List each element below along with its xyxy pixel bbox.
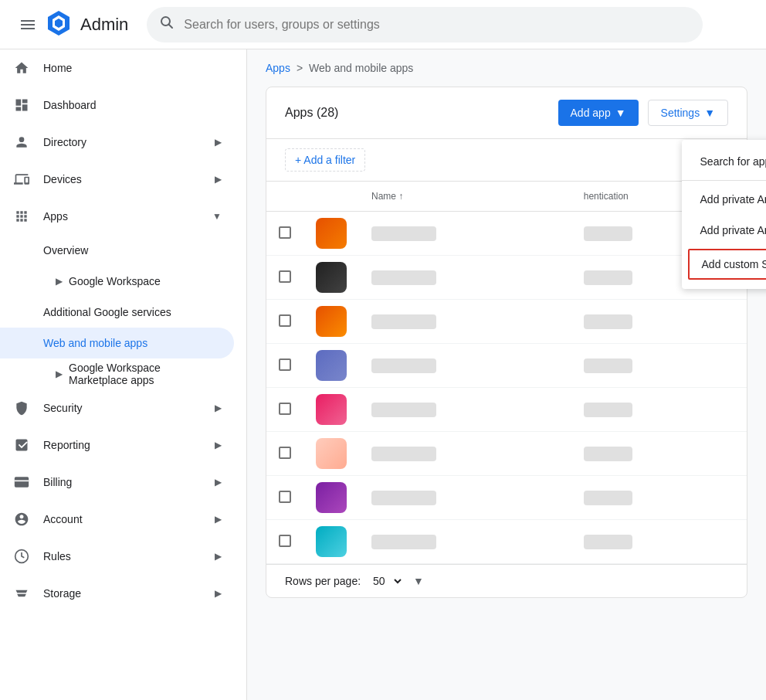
sidebar-item-storage[interactable]: Storage ▶ [0,575,234,612]
menu-button[interactable] [12,9,43,40]
app-name [371,447,436,461]
dashboard-icon [12,96,31,114]
auth-value [584,447,633,461]
sidebar-item-rules[interactable]: Rules ▶ [0,538,234,575]
dropdown-add-private-android-web[interactable]: Add private Android web app [682,215,766,246]
logo: Admin [43,8,128,42]
sidebar-item-apps[interactable]: Apps ▼ [0,198,234,235]
sidebar-item-devices[interactable]: Devices ▶ [0,161,234,198]
row-checkbox[interactable] [279,358,291,371]
chevron-right-icon: ▶ [215,514,222,525]
chevron-right-small-icon: ▶ [56,276,63,287]
add-filter-button[interactable]: + Add a filter [285,148,365,172]
table-row[interactable] [266,520,747,564]
auth-value [584,358,633,373]
table-row[interactable] [266,212,747,256]
row-checkbox[interactable] [279,491,291,503]
row-checkbox[interactable] [279,535,291,547]
security-icon [12,399,31,417]
dropdown-add-private-android[interactable]: Add private Android app [682,184,766,215]
table-row[interactable] [266,388,747,432]
billing-icon [12,473,31,491]
sort-icon: ↑ [398,191,403,202]
add-app-button[interactable]: Add app ▼ [558,100,639,126]
chevron-right-icon: ▶ [215,551,222,562]
chevron-right-small-icon: ▶ [56,369,63,379]
search-bar[interactable] [147,7,703,42]
home-icon [12,59,31,77]
app-icon [316,482,347,513]
breadcrumb-separator: > [297,62,303,74]
breadcrumb: Apps > Web and mobile apps [247,49,766,87]
app-name [371,270,436,285]
svg-rect-0 [21,20,35,22]
settings-button[interactable]: Settings ▼ [648,100,728,126]
rows-per-page-select[interactable]: 50 100 200 [370,574,404,588]
dropdown-add-custom-saml[interactable]: Add custom SAML app [688,249,766,280]
topbar: Admin [0,0,766,49]
layout: Home Dashboard Directory ▶ Devices ▶ [0,49,766,700]
sidebar-item-home[interactable]: Home [0,49,234,87]
row-checkbox[interactable] [279,226,291,239]
storage-icon [12,584,31,603]
pagination: Rows per page: 50 100 200 ▼ [266,564,747,597]
dropdown-search-apps[interactable]: Search for apps [682,146,766,177]
sidebar-subitem-additional-google[interactable]: Additional Google services [0,297,234,328]
add-app-dropdown: Search for apps Add private Android app … [682,140,766,289]
svg-rect-1 [21,24,35,25]
auth-value [584,535,633,549]
app-icon [316,526,347,557]
apps-table: Name ↑ hentication [266,182,747,564]
chevron-right-icon: ▶ [215,137,222,148]
devices-icon [12,170,31,189]
account-icon [12,510,31,528]
reporting-icon [12,436,31,454]
chevron-down-icon: ▼ [212,211,222,222]
card-toolbar: Apps (28) Add app ▼ Settings ▼ Search fo… [266,87,747,139]
auth-value [584,403,633,417]
app-icon [316,218,347,249]
table-row[interactable] [266,344,747,388]
sidebar-subitem-marketplace[interactable]: ▶ Google Workspace Marketplace apps [0,358,234,389]
app-name [371,535,436,549]
google-logo [43,8,74,42]
sidebar-item-billing[interactable]: Billing ▶ [0,464,234,501]
row-checkbox[interactable] [279,447,291,459]
chevron-right-icon: ▶ [215,440,222,450]
sidebar-item-security[interactable]: Security ▶ [0,389,234,426]
sidebar-item-directory[interactable]: Directory ▶ [0,124,234,161]
auth-value [584,314,633,329]
table-row[interactable] [266,256,747,300]
chevron-right-icon: ▶ [215,477,222,488]
breadcrumb-current: Web and mobile apps [309,62,413,74]
table-row[interactable] [266,476,747,520]
sidebar-item-reporting[interactable]: Reporting ▶ [0,426,234,464]
app-icon [316,350,347,381]
app-icon [316,394,347,425]
sidebar: Home Dashboard Directory ▶ Devices ▶ [0,49,247,700]
chevron-right-icon: ▶ [215,588,222,599]
sidebar-subitem-web-mobile[interactable]: Web and mobile apps [0,328,234,358]
person-icon [12,133,31,151]
app-name [371,403,436,417]
row-checkbox[interactable] [279,403,291,415]
auth-value [584,226,633,241]
table-row[interactable] [266,432,747,476]
search-input[interactable] [184,18,690,32]
dropdown-arrow-icon: ▼ [615,107,626,119]
svg-line-7 [169,25,173,29]
sidebar-item-dashboard[interactable]: Dashboard [0,87,234,124]
table-row[interactable] [266,300,747,344]
row-checkbox[interactable] [279,270,291,283]
app-icon [316,438,347,469]
content-card: Apps (28) Add app ▼ Settings ▼ Search fo… [266,87,747,598]
row-checkbox[interactable] [279,314,291,327]
sidebar-item-account[interactable]: Account ▶ [0,501,234,538]
sidebar-subitem-google-workspace[interactable]: ▶ Google Workspace [0,266,234,297]
sidebar-subitem-overview[interactable]: Overview [0,235,234,266]
chevron-right-icon: ▶ [215,174,222,185]
svg-rect-2 [21,28,35,29]
breadcrumb-apps-link[interactable]: Apps [266,62,290,74]
dropdown-arrow-icon: ▼ [704,107,715,119]
apps-count: Apps (28) [285,106,338,120]
